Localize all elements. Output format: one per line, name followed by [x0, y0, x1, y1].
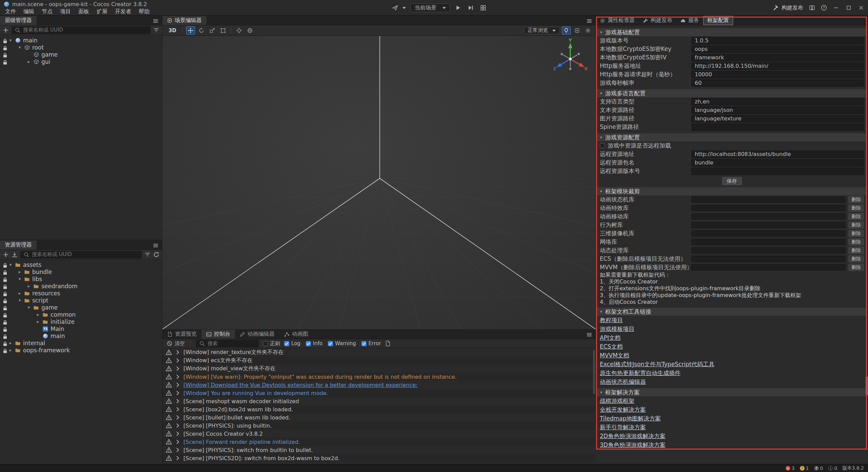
- console-log-row[interactable]: [Scene] meshopt wasm decoder initialized: [162, 397, 596, 405]
- text-input[interactable]: 1.0.5: [691, 37, 864, 44]
- rotate-tool-button[interactable]: [197, 26, 206, 35]
- rect-tool-button[interactable]: [219, 26, 228, 35]
- asset-node[interactable]: script: [0, 297, 162, 304]
- expand-chevron-icon[interactable]: [175, 414, 181, 420]
- menu-item[interactable]: 项目: [56, 8, 75, 15]
- expand-arrow[interactable]: [17, 291, 22, 296]
- panel-menu-icon[interactable]: [153, 18, 159, 24]
- section-header-solutions[interactable]: 框架解决方案: [597, 388, 867, 396]
- console-log-row[interactable]: [Window] Download the Vue Devtools exten…: [162, 381, 596, 389]
- filter-checkbox[interactable]: Warning: [328, 340, 356, 347]
- expand-arrow[interactable]: [8, 262, 13, 267]
- text-input[interactable]: zh,en: [691, 98, 864, 105]
- console-log-row[interactable]: [Scene] [box2d]:box2d wasm lib loaded.: [162, 405, 596, 413]
- text-input[interactable]: http://192.168.0.150/main/: [691, 62, 864, 70]
- clear-console-button[interactable]: 清空: [166, 340, 185, 347]
- console-log-row[interactable]: [Scene] [PHYSICS]: switch from builtin t…: [162, 446, 596, 454]
- mode-3d-button[interactable]: 3D: [166, 27, 179, 34]
- maximize-button[interactable]: [845, 4, 852, 11]
- expand-chevron-icon[interactable]: [175, 455, 181, 461]
- filter-icon[interactable]: [144, 252, 151, 258]
- expand-chevron-icon[interactable]: [175, 349, 181, 355]
- hierarchy-node[interactable]: main: [0, 37, 162, 44]
- console-log-row[interactable]: [Window] [Vue warn]: Property "onInput" …: [162, 373, 596, 381]
- add-node-icon[interactable]: [3, 27, 9, 33]
- module-delete-button[interactable]: 删除: [848, 264, 864, 271]
- inspector-tab[interactable]: 构建发布: [639, 16, 676, 25]
- lighting-toggle-button[interactable]: [562, 26, 571, 35]
- hierarchy-node[interactable]: game: [0, 51, 162, 58]
- doc-link[interactable]: 游戏模板项目: [596, 324, 868, 333]
- filter-checkbox[interactable]: Error: [361, 340, 381, 347]
- build-publish-button[interactable]: 构建发布: [773, 4, 803, 12]
- scene-gizmo-visibility-button[interactable]: [573, 26, 581, 35]
- console-log-row[interactable]: [Scene] [PHYSICS2D]: switch from box2d-w…: [162, 454, 596, 462]
- module-delete-button[interactable]: 删除: [848, 255, 864, 262]
- expand-chevron-icon[interactable]: [175, 366, 181, 372]
- chevron-down-icon[interactable]: [401, 5, 407, 11]
- console-tab[interactable]: 动画图: [279, 330, 313, 339]
- inspector-tab[interactable]: 框架配置: [703, 16, 733, 25]
- text-input[interactable]: http://localhost:8083/assets/bundle: [691, 151, 864, 158]
- package-count[interactable]: 0: [828, 466, 837, 471]
- refresh-icon[interactable]: [153, 252, 159, 258]
- console-log-row[interactable]: [Scene] [bullet]:bullet wasm lib loaded.: [162, 413, 596, 421]
- expand-arrow[interactable]: [8, 348, 13, 353]
- expand-chevron-icon[interactable]: [175, 439, 181, 445]
- module-delete-button[interactable]: 删除: [848, 213, 864, 220]
- console-scrollbar-thumb[interactable]: [593, 350, 595, 394]
- menu-item[interactable]: 扩展: [93, 8, 111, 15]
- filter-checkbox[interactable]: Info: [306, 340, 322, 347]
- expand-arrow[interactable]: [36, 319, 40, 324]
- expand-arrow[interactable]: [17, 298, 22, 303]
- asset-node[interactable]: Main: [0, 325, 162, 332]
- module-delete-button[interactable]: 删除: [848, 204, 864, 212]
- solution-link[interactable]: Tiledmap地图解决方案: [596, 414, 868, 423]
- preview-platform-icon[interactable]: [392, 5, 398, 11]
- add-asset-icon[interactable]: [3, 252, 9, 258]
- text-input[interactable]: [691, 123, 864, 131]
- asset-node[interactable]: initialize: [0, 318, 162, 325]
- text-input[interactable]: framework: [691, 54, 864, 61]
- coordinate-space-button[interactable]: [245, 26, 254, 35]
- menu-item[interactable]: 编辑: [20, 8, 38, 15]
- console-search-input[interactable]: 搜索: [196, 340, 259, 347]
- console-tab[interactable]: 控制台: [201, 330, 235, 339]
- solution-link[interactable]: 全栈开发解决方案: [596, 405, 868, 414]
- doc-link[interactable]: 教程项目: [596, 316, 868, 324]
- asset-node[interactable]: resources: [0, 290, 162, 297]
- scene-settings-gear-icon[interactable]: [584, 26, 592, 35]
- asset-node[interactable]: libs: [0, 275, 162, 282]
- expand-chevron-icon[interactable]: [175, 398, 181, 404]
- section-header-resources[interactable]: 游戏资源配置: [597, 133, 867, 141]
- module-delete-button[interactable]: 删除: [848, 221, 864, 229]
- asset-node[interactable]: internal: [0, 339, 162, 347]
- text-input[interactable]: 60: [691, 79, 864, 87]
- hierarchy-node[interactable]: root: [0, 44, 162, 51]
- assets-tab[interactable]: 资源管理器: [0, 240, 37, 250]
- remote-load-checkbox[interactable]: [600, 143, 605, 148]
- hierarchy-tab[interactable]: 层级管理器: [0, 16, 37, 25]
- expand-arrow[interactable]: [8, 38, 13, 43]
- module-delete-button[interactable]: 删除: [848, 247, 864, 254]
- asset-node[interactable]: assets: [0, 261, 162, 268]
- regex-checkbox[interactable]: 正则: [263, 340, 280, 347]
- pivot-mode-button[interactable]: [235, 26, 243, 35]
- module-delete-button[interactable]: 删除: [848, 238, 864, 245]
- view-mode-select[interactable]: 正常浏览: [524, 27, 560, 34]
- expand-chevron-icon[interactable]: [175, 431, 181, 437]
- doc-link[interactable]: API文档: [596, 333, 868, 342]
- section-header-basic[interactable]: 游戏基础配置: [597, 28, 867, 36]
- text-input[interactable]: 10000: [691, 71, 864, 78]
- console-tab[interactable]: 动画编辑器: [235, 330, 279, 339]
- panel-menu-icon[interactable]: [586, 332, 592, 338]
- scene-editor-tab[interactable]: 场景编辑器: [162, 16, 206, 25]
- error-count[interactable]: 3: [786, 466, 795, 471]
- expand-arrow[interactable]: [17, 45, 22, 50]
- menu-item[interactable]: 节点: [38, 8, 56, 15]
- expand-arrow[interactable]: [17, 269, 22, 274]
- solution-link[interactable]: 2D角色扮演游戏解决方案: [596, 432, 868, 440]
- solution-link[interactable]: 战棋游戏框架: [596, 396, 868, 405]
- help-icon[interactable]: [821, 5, 827, 11]
- console-log-row[interactable]: [Window] You are running Vue in developm…: [162, 389, 596, 397]
